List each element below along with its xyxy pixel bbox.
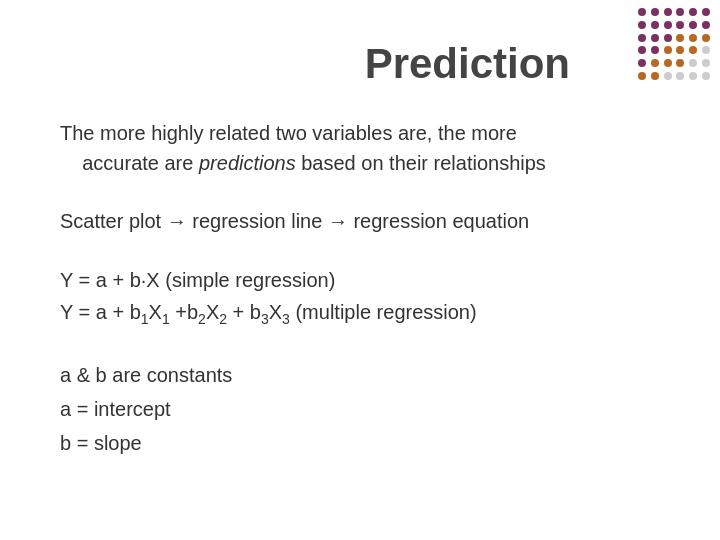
- decorative-dot: [689, 34, 697, 42]
- equation-simple: Y = a + b·X (simple regression): [60, 264, 670, 296]
- decorative-dot: [638, 21, 646, 29]
- decorative-dot: [702, 34, 710, 42]
- slide-content: The more highly related two variables ar…: [50, 118, 670, 460]
- paragraph-scatter: Scatter plot → regression line → regress…: [60, 206, 670, 236]
- constants-block: a & b are constants a = intercept b = sl…: [60, 358, 670, 460]
- constant-ab: a & b are constants: [60, 358, 670, 392]
- decorative-dot: [702, 72, 710, 80]
- decorative-dot: [676, 8, 684, 16]
- decorative-dot: [676, 59, 684, 67]
- decorative-dot: [689, 59, 697, 67]
- decorative-dot: [702, 21, 710, 29]
- header-area: Prediction: [50, 30, 670, 88]
- decorative-dot: [689, 8, 697, 16]
- slide-title: Prediction: [365, 40, 670, 88]
- decorative-dot: [689, 21, 697, 29]
- decorative-dot: [676, 46, 684, 54]
- decorative-dot: [702, 59, 710, 67]
- decorative-dot: [689, 46, 697, 54]
- constant-intercept: a = intercept: [60, 392, 670, 426]
- decorative-dot: [664, 21, 672, 29]
- slide: Prediction The more highly related two v…: [0, 0, 720, 540]
- decorative-dot: [689, 72, 697, 80]
- paragraph-prediction: The more highly related two variables ar…: [60, 118, 670, 178]
- equation-block: Y = a + b·X (simple regression) Y = a + …: [60, 264, 670, 330]
- constant-slope: b = slope: [60, 426, 670, 460]
- decorative-dot: [676, 72, 684, 80]
- decorative-dot: [676, 21, 684, 29]
- paragraph-line1: The more highly related two variables ar…: [60, 122, 517, 144]
- decorative-dot: [702, 46, 710, 54]
- paragraph-line2-prefix: accurate are predictions based on their …: [60, 152, 546, 174]
- decorative-dot: [651, 8, 659, 16]
- decorative-dot: [638, 8, 646, 16]
- decorative-dot: [702, 8, 710, 16]
- equation-multiple: Y = a + b1X1 +b2X2 + b3X3 (multiple regr…: [60, 296, 670, 330]
- decorative-dot: [651, 21, 659, 29]
- decorative-dot: [676, 34, 684, 42]
- decorative-dot: [664, 8, 672, 16]
